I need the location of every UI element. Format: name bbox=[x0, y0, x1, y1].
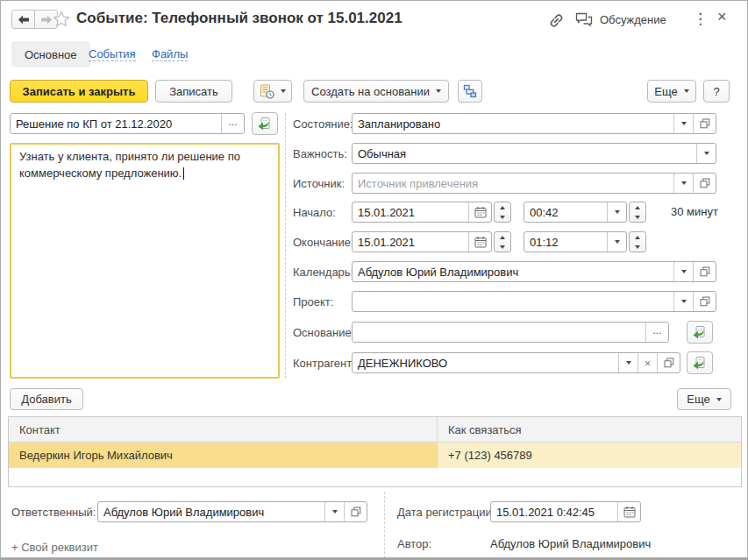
subject-select-button[interactable]: ... bbox=[221, 114, 244, 133]
open-window-icon bbox=[700, 178, 710, 188]
spin-up-icon[interactable] bbox=[495, 232, 510, 242]
basis-value[interactable] bbox=[353, 323, 645, 342]
start-label: Начало: bbox=[293, 206, 336, 219]
responsible-field[interactable]: Абдулов Юрий Владимирович bbox=[97, 501, 367, 522]
table-row[interactable]: Ведеркин Игорь Михайлович +7 (123) 45678… bbox=[9, 443, 741, 468]
planning-menu-button[interactable] bbox=[253, 80, 292, 103]
tab-files[interactable]: Файлы bbox=[152, 47, 188, 61]
counterparty-field[interactable]: ДЕНЕЖНИКОВО × bbox=[352, 352, 680, 373]
end-date-field[interactable]: 15.01.2021 bbox=[352, 231, 492, 252]
open-counterparty-button[interactable] bbox=[687, 351, 713, 374]
responsible-open-button[interactable] bbox=[344, 502, 367, 521]
start-date-field[interactable]: 15.01.2021 bbox=[352, 202, 492, 223]
open-window-icon bbox=[700, 266, 710, 277]
discussion-button[interactable]: Обсуждение bbox=[575, 12, 666, 27]
calendar-field[interactable]: Абдулов Юрий Владимирович bbox=[352, 261, 716, 282]
contacts-more-label: Еще bbox=[687, 393, 709, 406]
counterparty-value[interactable]: ДЕНЕЖНИКОВО bbox=[353, 353, 618, 372]
source-placeholder[interactable]: Источник привлечения bbox=[353, 174, 673, 193]
related-documents-button[interactable] bbox=[458, 80, 482, 103]
subject-field[interactable]: Решение по КП от 21.12.2020 ... bbox=[10, 113, 245, 134]
column-separator bbox=[285, 113, 286, 379]
end-date-calendar-button[interactable] bbox=[468, 232, 491, 252]
duration-label: 30 минут bbox=[671, 205, 718, 218]
open-basis-button[interactable] bbox=[687, 321, 713, 344]
start-date-spinner[interactable] bbox=[494, 202, 511, 223]
end-date-spinner[interactable] bbox=[494, 231, 511, 252]
open-document-green-arrow-icon bbox=[257, 117, 273, 131]
project-value[interactable] bbox=[353, 292, 673, 311]
counterparty-open-button[interactable] bbox=[657, 353, 680, 372]
save-button[interactable]: Записать bbox=[155, 80, 232, 103]
description-textarea[interactable]: Узнать у клиента, принято ли решение по … bbox=[10, 143, 280, 379]
back-button[interactable] bbox=[11, 10, 35, 29]
column-header-contact[interactable]: Контакт bbox=[9, 417, 438, 442]
close-icon[interactable]: × bbox=[717, 8, 727, 26]
registration-date-value[interactable]: 15.01.2021 0:42:45 bbox=[491, 502, 617, 521]
source-open-button[interactable] bbox=[693, 174, 716, 193]
save-and-close-button[interactable]: Записать и закрыть bbox=[10, 80, 148, 103]
tab-events[interactable]: События bbox=[89, 47, 136, 61]
spin-up-icon[interactable] bbox=[630, 232, 645, 242]
state-field[interactable]: Запланировано bbox=[352, 113, 716, 134]
help-button[interactable]: ? bbox=[703, 80, 730, 103]
state-dropdown-button[interactable] bbox=[673, 114, 693, 133]
column-header-how[interactable]: Как связаться bbox=[438, 417, 741, 442]
spin-down-icon[interactable] bbox=[630, 242, 645, 252]
tab-main[interactable]: Основное bbox=[11, 41, 90, 67]
basis-field[interactable]: ... bbox=[352, 322, 669, 343]
contact-cell[interactable]: Ведеркин Игорь Михайлович bbox=[9, 443, 438, 468]
state-value[interactable]: Запланировано bbox=[353, 114, 673, 133]
more-label: Еще bbox=[654, 85, 677, 98]
basis-select-button[interactable]: ... bbox=[645, 323, 668, 342]
end-time-spinner[interactable] bbox=[629, 231, 646, 252]
source-field[interactable]: Источник привлечения bbox=[352, 173, 716, 194]
add-contact-button[interactable]: Добавить bbox=[10, 388, 83, 410]
favorite-star-icon[interactable] bbox=[52, 10, 71, 29]
start-time-dropdown-button[interactable] bbox=[607, 202, 626, 222]
start-date-calendar-button[interactable] bbox=[468, 202, 491, 222]
end-time-field[interactable]: 01:12 bbox=[524, 231, 627, 252]
project-dropdown-button[interactable] bbox=[673, 292, 693, 311]
end-date-value[interactable]: 15.01.2021 bbox=[353, 232, 468, 252]
start-date-value[interactable]: 15.01.2021 bbox=[353, 202, 468, 222]
project-open-button[interactable] bbox=[693, 292, 716, 311]
state-open-button[interactable] bbox=[693, 114, 716, 133]
chevron-down-icon bbox=[436, 89, 441, 93]
contacts-more-button[interactable]: Еще bbox=[677, 388, 731, 410]
subject-value[interactable]: Решение по КП от 21.12.2020 bbox=[11, 114, 221, 133]
copy-link-icon[interactable] bbox=[548, 12, 565, 29]
spin-down-icon[interactable] bbox=[630, 212, 645, 222]
kebab-menu-icon[interactable]: ⋮ bbox=[693, 10, 708, 28]
importance-value[interactable]: Обычная bbox=[353, 144, 696, 163]
calendar-value[interactable]: Абдулов Юрий Владимирович bbox=[353, 262, 673, 281]
registration-date-field[interactable]: 15.01.2021 0:42:45 bbox=[490, 501, 641, 522]
spin-up-icon[interactable] bbox=[630, 202, 645, 212]
source-dropdown-button[interactable] bbox=[673, 174, 693, 193]
importance-dropdown-button[interactable] bbox=[696, 144, 716, 163]
more-toolbar-button[interactable]: Еще bbox=[647, 80, 696, 103]
end-time-dropdown-button[interactable] bbox=[607, 232, 626, 252]
project-field[interactable] bbox=[352, 291, 716, 312]
calendar-open-button[interactable] bbox=[693, 262, 716, 281]
start-time-field[interactable]: 00:42 bbox=[524, 202, 627, 223]
spin-up-icon[interactable] bbox=[495, 202, 510, 212]
calendar-dropdown-button[interactable] bbox=[673, 262, 693, 281]
registration-date-calendar-button[interactable] bbox=[617, 502, 640, 521]
chevron-down-icon bbox=[332, 510, 338, 514]
start-time-spinner[interactable] bbox=[629, 202, 646, 223]
spin-down-icon[interactable] bbox=[495, 242, 510, 252]
contacts-table-header: Контакт Как связаться bbox=[9, 417, 741, 443]
responsible-dropdown-button[interactable] bbox=[324, 502, 344, 521]
counterparty-clear-button[interactable]: × bbox=[638, 353, 657, 372]
responsible-value[interactable]: Абдулов Юрий Владимирович bbox=[98, 502, 324, 521]
spin-down-icon[interactable] bbox=[495, 212, 510, 222]
open-subject-button[interactable] bbox=[252, 112, 278, 135]
create-based-on-button[interactable]: Создать на основании bbox=[303, 80, 449, 103]
end-time-value[interactable]: 01:12 bbox=[524, 232, 607, 252]
custom-attribute-link[interactable]: + Свой реквизит bbox=[11, 541, 98, 554]
importance-field[interactable]: Обычная bbox=[352, 143, 716, 164]
start-time-value[interactable]: 00:42 bbox=[524, 202, 607, 222]
counterparty-dropdown-button[interactable] bbox=[618, 353, 638, 372]
how-to-contact-cell[interactable]: +7 (123) 456789 bbox=[438, 443, 741, 468]
